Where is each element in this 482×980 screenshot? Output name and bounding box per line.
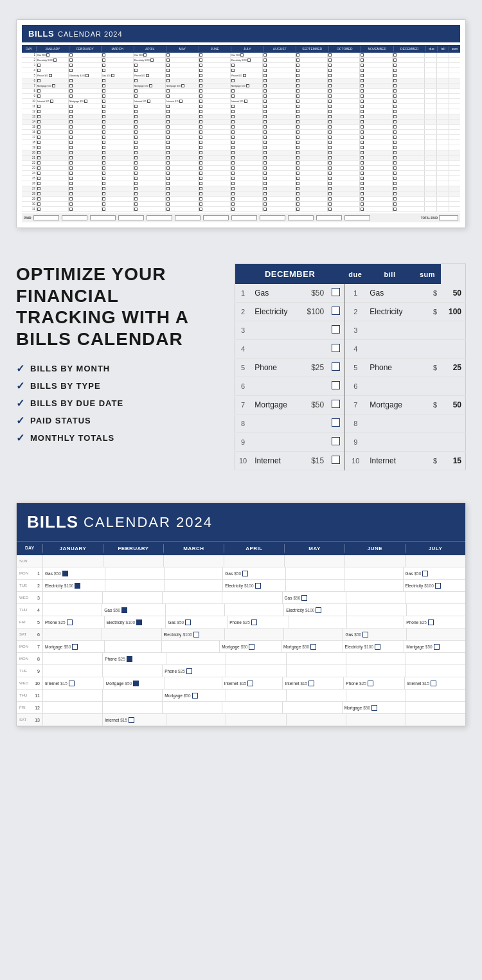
checkbox-may-9[interactable] (166, 94, 170, 98)
checkbox-sep-5[interactable] (296, 74, 299, 77)
checkbox-may-20[interactable] (166, 151, 170, 154)
checkbox-apr-16[interactable] (134, 130, 138, 134)
checkbox-feb-15[interactable] (69, 125, 73, 129)
checkbox-oct-2[interactable] (328, 58, 332, 62)
checkbox-sep-12[interactable] (296, 110, 299, 113)
footer-box-may[interactable] (147, 215, 172, 220)
checkbox-nov-16[interactable] (361, 130, 364, 134)
checkbox-jul-11[interactable] (231, 105, 235, 108)
checkbox-jun-13[interactable] (199, 115, 202, 118)
checkbox-nov-10[interactable] (361, 100, 364, 103)
checkbox-mar-31[interactable] (102, 208, 105, 211)
checkbox-jul-17[interactable] (231, 136, 235, 139)
b-checkbox-mar-9[interactable] (186, 668, 192, 674)
checkbox-nov-18[interactable] (361, 141, 364, 144)
checkbox-nov-9[interactable] (361, 94, 364, 98)
checkbox-aug-22[interactable] (263, 161, 267, 165)
checkbox-oct-4[interactable] (328, 69, 332, 72)
checkbox-oct-24[interactable] (328, 172, 332, 175)
checkbox-jul-25[interactable] (231, 177, 235, 180)
checkbox-may-26[interactable] (166, 182, 170, 185)
checkbox-mar-18[interactable] (102, 141, 105, 144)
checkbox-jul-8[interactable] (231, 89, 235, 93)
checkbox-aug-19[interactable] (263, 146, 267, 149)
checkbox-may-12[interactable] (166, 110, 170, 113)
checkbox-aug-26[interactable] (263, 182, 267, 185)
checkbox-sep-9[interactable] (296, 94, 299, 98)
checkbox-dec-30[interactable] (393, 202, 397, 206)
checkbox-jul-23[interactable] (231, 166, 235, 170)
checkbox-mar-16[interactable] (102, 130, 105, 134)
checkbox-nov-24[interactable] (361, 172, 364, 175)
checkbox-jan-21[interactable] (37, 156, 40, 159)
checkbox-nov-1[interactable] (361, 53, 364, 57)
checkbox-dec-13[interactable] (393, 115, 397, 118)
checkbox-mar-28[interactable] (102, 192, 105, 195)
checkbox-jun-19[interactable] (199, 146, 202, 149)
checkbox-jan-30[interactable] (37, 202, 40, 206)
checkbox-dec-26[interactable] (393, 182, 397, 185)
checkbox-nov-8[interactable] (361, 89, 364, 93)
checkbox-nov-30[interactable] (361, 202, 364, 206)
checkbox-nov-3[interactable] (361, 64, 364, 67)
checkbox-aug-12[interactable] (263, 110, 267, 113)
checkbox-jun-17[interactable] (199, 136, 202, 139)
checkbox-feb-24[interactable] (69, 172, 73, 175)
checkbox-feb-18[interactable] (69, 141, 73, 144)
checkbox-dec-24[interactable] (393, 172, 397, 175)
checkbox-jan-22[interactable] (37, 161, 40, 165)
checkbox-aug-9[interactable] (263, 94, 267, 98)
checkbox-feb-30[interactable] (69, 202, 73, 206)
row-check-9[interactable] (328, 452, 344, 470)
checkbox-feb-22[interactable] (69, 161, 73, 165)
checkbox-jan-19[interactable] (37, 146, 40, 149)
checkbox-jul-15[interactable] (231, 125, 235, 129)
checkbox-sep-2[interactable] (296, 58, 299, 62)
checkbox-mar-9[interactable] (102, 94, 105, 98)
checkbox-jul-18[interactable] (231, 141, 235, 144)
checkbox-jan-27[interactable] (37, 187, 40, 190)
checkbox-mar-13[interactable] (102, 115, 105, 118)
checkbox-aug-5[interactable] (263, 74, 267, 77)
checkbox-jul-13[interactable] (231, 115, 235, 118)
checkbox-oct-27[interactable] (328, 187, 332, 190)
checkbox-aug-6[interactable] (263, 79, 267, 82)
checkbox-aug-17[interactable] (263, 136, 267, 139)
checkbox-feb-7[interactable] (69, 84, 73, 87)
checkbox-nov-11[interactable] (361, 105, 364, 108)
checkbox-aug-24[interactable] (263, 172, 267, 175)
row-check-8[interactable] (328, 433, 344, 452)
checkbox-dec-2[interactable] (393, 58, 397, 62)
checkbox-dec-17[interactable] (393, 136, 397, 139)
checkbox-dec-23[interactable] (393, 166, 397, 170)
checkbox-apr-12[interactable] (134, 110, 138, 113)
checkbox-jan-9[interactable] (37, 94, 40, 98)
checkbox-nov-29[interactable] (361, 197, 364, 200)
checkbox-jun-28[interactable] (199, 192, 202, 195)
footer-box-feb[interactable] (62, 215, 87, 220)
checkbox-feb-1[interactable] (69, 53, 73, 57)
checkbox-feb-3[interactable] (69, 64, 73, 67)
checkbox-jun-18[interactable] (199, 141, 202, 144)
checkbox-may-11[interactable] (166, 105, 170, 108)
checkbox-sep-28[interactable] (296, 192, 299, 195)
checkbox-jan-6[interactable] (37, 79, 40, 82)
checkbox-aug-13[interactable] (263, 115, 267, 118)
checkbox-sep-8[interactable] (296, 89, 299, 93)
b-checkbox-may-3[interactable] (301, 595, 307, 601)
checkbox-feb-31[interactable] (69, 208, 73, 211)
checkbox-apr-27[interactable] (134, 187, 138, 190)
checkbox-may-2[interactable] (166, 58, 170, 62)
detail-checkbox-3[interactable] (332, 344, 340, 352)
checkbox-apr-21[interactable] (134, 156, 138, 159)
checkbox-dec-16[interactable] (393, 130, 397, 134)
b-checkbox-jan-2[interactable] (75, 583, 80, 589)
checkbox-sep-22[interactable] (296, 161, 299, 165)
checkbox-mar-1[interactable] (102, 53, 105, 57)
checkbox-nov-6[interactable] (361, 79, 364, 82)
checkbox-jan-26[interactable] (37, 182, 40, 185)
checkbox-jan-7[interactable] (52, 84, 55, 87)
checkbox-oct-6[interactable] (328, 79, 332, 82)
checkbox-may-24[interactable] (166, 172, 170, 175)
checkbox-jul-14[interactable] (231, 120, 235, 123)
